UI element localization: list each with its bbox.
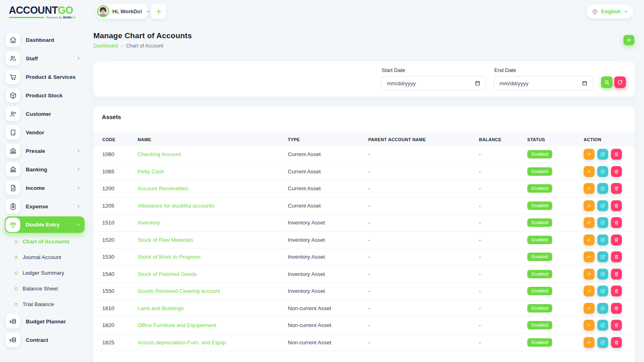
account-name-link[interactable]: Stock of Raw Materials xyxy=(138,237,193,243)
trash-button[interactable] xyxy=(611,303,622,314)
sidebar-item-staff[interactable]: Staff xyxy=(5,49,85,68)
account-name-link[interactable]: Accum.depreciation-Furn. and Equip xyxy=(138,339,226,346)
sidebar-item-trial-balance[interactable]: Trial Balance xyxy=(5,296,85,312)
cell-parent-account: - xyxy=(368,322,479,328)
activity-button[interactable] xyxy=(584,166,594,177)
cell-balance: - xyxy=(479,254,527,260)
table-row: 1540Stock of Finished GoodsInventory Ass… xyxy=(93,266,635,283)
edit-button[interactable] xyxy=(597,320,608,331)
table-row: 1060Checking AccountCurrent Asset--Enabl… xyxy=(93,146,635,163)
home-icon xyxy=(6,33,20,47)
status-badge: Enabled xyxy=(527,202,552,210)
edit-button[interactable] xyxy=(597,166,608,177)
cell-type: Current Asset xyxy=(288,151,368,157)
edit-button[interactable] xyxy=(597,286,608,296)
user-menu[interactable]: Hi, WorkDo! xyxy=(95,4,149,19)
activity-button[interactable] xyxy=(584,251,594,262)
clipboard-dollar-icon xyxy=(6,199,20,214)
trash-button[interactable] xyxy=(611,337,622,348)
account-name-link[interactable]: Allowance for doubtful accounts xyxy=(138,203,215,209)
sidebar-item-journal-account[interactable]: Journal Account xyxy=(5,249,85,265)
cell-actions xyxy=(584,183,627,194)
language-label: English xyxy=(601,8,621,14)
trash-button[interactable] xyxy=(611,217,622,228)
activity-button[interactable] xyxy=(584,320,594,331)
start-date-input[interactable] xyxy=(381,76,486,90)
sidebar-item-balance-sheet[interactable]: Balance Sheet xyxy=(5,281,85,296)
edit-button[interactable] xyxy=(597,149,608,160)
activity-button[interactable] xyxy=(584,337,594,348)
sidebar-item-customer[interactable]: Customer xyxy=(5,105,85,123)
trash-button[interactable] xyxy=(611,234,622,245)
sidebar-item-income[interactable]: Income xyxy=(5,179,85,197)
sidebar-item-double-entry[interactable]: Double Entry xyxy=(5,216,85,233)
account-name-link[interactable]: Checking Account xyxy=(138,151,181,157)
activity-button[interactable] xyxy=(584,234,594,245)
trash-button[interactable] xyxy=(611,251,622,262)
language-selector[interactable]: English xyxy=(587,4,633,19)
sidebar-item-dashboard[interactable]: Dashboard xyxy=(5,31,85,49)
cell-balance: - xyxy=(479,288,527,294)
trash-button[interactable] xyxy=(611,149,622,160)
breadcrumb-dashboard-link[interactable]: Dashboard xyxy=(93,43,118,49)
account-name-link[interactable]: Land and Buildings xyxy=(138,305,184,311)
sidebar-item-contract[interactable]: $Contract xyxy=(5,331,85,349)
trash-button[interactable] xyxy=(611,269,622,280)
sidebar-item-budget-planner[interactable]: $Budget Planner xyxy=(5,312,85,331)
edit-button[interactable] xyxy=(597,337,608,348)
sidebar-item-expense[interactable]: Expense xyxy=(5,197,85,216)
edit-button[interactable] xyxy=(597,269,608,280)
edit-button[interactable] xyxy=(597,200,608,211)
create-account-button[interactable] xyxy=(623,35,634,45)
sidebar-item-label: Expense xyxy=(26,204,70,210)
status-badge: Enabled xyxy=(527,304,552,313)
search-button[interactable] xyxy=(601,76,613,88)
edit-button[interactable] xyxy=(597,183,608,194)
account-name-link[interactable]: Stock of Finished Goods xyxy=(138,271,197,277)
bullet-icon xyxy=(14,272,18,275)
activity-button[interactable] xyxy=(584,217,594,228)
cell-parent-account: - xyxy=(368,185,479,191)
trash-button[interactable] xyxy=(611,166,622,177)
activity-button[interactable] xyxy=(584,269,594,280)
activity-button[interactable] xyxy=(584,286,594,296)
sidebar-item-product-services[interactable]: Product & Services xyxy=(5,68,85,86)
sidebar-item-ledger-summary[interactable]: Ledger Summary xyxy=(5,265,85,281)
sidebar-item-banking[interactable]: Banking xyxy=(5,160,85,179)
account-name-link[interactable]: Petty Cash xyxy=(138,169,164,175)
trash-button[interactable] xyxy=(611,286,622,296)
cell-status: Enabled xyxy=(527,202,584,210)
trash-button[interactable] xyxy=(611,320,622,331)
cell-name: Office Furniture and Equipement xyxy=(138,322,288,328)
trash-button[interactable] xyxy=(611,200,622,211)
account-name-link[interactable]: Office Furniture and Equipement xyxy=(138,322,216,328)
end-date-input[interactable] xyxy=(494,76,593,90)
edit-button[interactable] xyxy=(597,234,608,245)
sidebar-item-presale[interactable]: Presale xyxy=(5,142,85,160)
edit-button[interactable] xyxy=(597,303,608,314)
account-name-link[interactable]: Account Receivables xyxy=(138,185,188,191)
chevron-right-icon xyxy=(76,56,81,61)
edit-button[interactable] xyxy=(597,251,608,262)
activity-button[interactable] xyxy=(584,183,594,194)
account-name-link[interactable]: Stock of Work In Progress xyxy=(138,254,201,260)
quick-add-button[interactable] xyxy=(151,4,166,19)
coins-icon: $ xyxy=(6,314,20,329)
chevron-down-icon xyxy=(145,9,151,14)
edit-button[interactable] xyxy=(597,217,608,228)
activity-button[interactable] xyxy=(584,200,594,211)
account-name-link[interactable]: Inventory xyxy=(138,220,160,226)
cell-type: Non-current Asset xyxy=(288,322,368,328)
account-name-link[interactable]: Goods Received Clearing account xyxy=(138,288,220,294)
globe-icon xyxy=(592,8,598,15)
activity-button[interactable] xyxy=(584,303,594,314)
chevron-right-icon xyxy=(76,148,81,154)
sidebar-item-chart-of-accounts[interactable]: Chart of Accounts xyxy=(5,234,85,249)
activity-button[interactable] xyxy=(584,149,594,160)
coins-icon: $ xyxy=(6,333,20,347)
trash-button[interactable] xyxy=(611,183,622,194)
reset-button[interactable] xyxy=(614,76,626,88)
sidebar-item-product-stock[interactable]: Product Stock xyxy=(5,86,85,105)
brand-logo[interactable]: ACCOUNTGO Powered By WORKDO xyxy=(9,5,76,19)
sidebar-item-vendor[interactable]: Vendor xyxy=(5,123,85,142)
